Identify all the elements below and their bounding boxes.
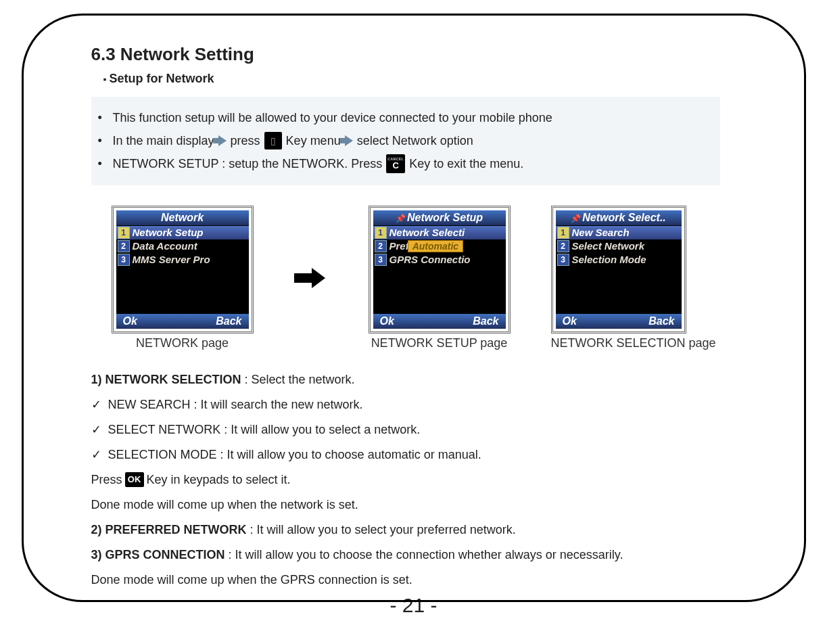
indent-text: Done mode will come up when the GPRS con… xyxy=(91,571,412,589)
popup-automatic: Automatic xyxy=(408,240,463,252)
phone-item-label: Data Account xyxy=(133,240,197,252)
screen-caption: NETWORK SELECTION page xyxy=(551,336,716,350)
screen-network-setup: Network Setup 1Network Selecti 2PrefAuto… xyxy=(369,206,511,350)
indent-text: Done mode will come up when the network … xyxy=(91,496,358,514)
section-2-desc: : It will allow you to select your prefe… xyxy=(247,523,516,536)
arrow-right-icon xyxy=(294,268,328,288)
phone-menu-item: 3GPRS Connectio xyxy=(373,253,506,267)
check-select-network: SELECT NETWORK : It will allow you to se… xyxy=(91,421,750,439)
phone-menu-item: 2Data Account xyxy=(116,239,249,253)
note-text: press xyxy=(231,129,260,152)
section-2-title: 2) PREFERRED NETWORK xyxy=(91,523,247,536)
phone-menu-item: 2Select Network xyxy=(556,239,682,253)
phone-item-label: Network Setup xyxy=(133,227,204,238)
body-sections: 1) NETWORK SELECTION : Select the networ… xyxy=(91,371,750,589)
cancel-c-text: C xyxy=(393,161,399,170)
phone-title: Network Setup xyxy=(373,210,506,226)
softkey-ok: Ok xyxy=(123,315,137,327)
phone-menu-item: 1Network Setup xyxy=(116,226,249,239)
phone-item-label: Network Selecti xyxy=(389,227,465,238)
phone-item-label: Select Network xyxy=(572,240,645,252)
ok-key-icon: OK xyxy=(125,472,144,487)
notes-panel: • This function setup will be allowed to… xyxy=(91,97,720,185)
note-line-3: • NETWORK SETUP : setup the NETWORK. Pre… xyxy=(98,152,707,175)
softkey-back: Back xyxy=(648,315,674,327)
phone-item-label: Selection Mode xyxy=(572,254,646,265)
note-text: In the main display xyxy=(113,129,214,152)
note-line-1: • This function setup will be allowed to… xyxy=(98,106,707,129)
section-3-desc: : It will allow you to choose the connec… xyxy=(225,548,623,561)
phone-title: Network xyxy=(116,210,249,226)
arrow-right-icon xyxy=(218,135,227,146)
indent-line: Press OK Key in keypads to select it. xyxy=(91,471,750,489)
phone-title: Network Select.. xyxy=(556,210,682,226)
screen-caption: NETWORK SETUP page xyxy=(369,336,511,350)
phone-item-label: GPRS Connectio xyxy=(389,254,471,265)
softkey-back: Back xyxy=(216,315,241,327)
section-3-title: 3) GPRS CONNECTION xyxy=(91,548,225,561)
arrow-right-icon xyxy=(345,135,353,146)
screenshots-row: Network 1Network Setup 2Data Account 3MM… xyxy=(112,206,750,350)
phone-menu-item: 1New Search xyxy=(556,226,682,239)
phone-menu-item: 3Selection Mode xyxy=(556,253,682,267)
note-text: select Network option xyxy=(357,129,473,152)
phone-item-label: Pref xyxy=(389,240,409,252)
phone-key-icon: ▯ xyxy=(264,132,282,150)
phone-item-label: New Search xyxy=(572,227,630,238)
indent-line: Done mode will come up when the GPRS con… xyxy=(91,571,750,589)
note-text: This function setup will be allowed to y… xyxy=(113,106,552,129)
section-subtitle: Setup for Network xyxy=(103,72,750,86)
note-text: Key to exit the menu. xyxy=(409,152,523,175)
indent-line: Done mode will come up when the network … xyxy=(91,496,750,514)
softkey-back: Back xyxy=(473,315,498,327)
screen-caption: NETWORK page xyxy=(112,336,254,350)
check-new-search: NEW SEARCH : It will search the new netw… xyxy=(91,396,750,414)
check-selection-mode: SELECTION MODE : It will allow you to ch… xyxy=(91,446,750,464)
page-frame: 6.3 Network Setting Setup for Network • … xyxy=(22,14,806,602)
softkey-ok: Ok xyxy=(380,315,394,327)
section-1-title: 1) NETWORK SELECTION xyxy=(91,373,241,386)
phone-menu-item: 1Network Selecti xyxy=(373,226,506,239)
phone-menu-item: 3MMS Server Pro xyxy=(116,253,249,267)
indent-text: Press xyxy=(91,471,122,489)
softkey-ok: Ok xyxy=(563,315,577,327)
note-text: NETWORK SETUP : setup the NETWORK. Press xyxy=(113,152,383,175)
screen-network: Network 1Network Setup 2Data Account 3MM… xyxy=(112,206,254,350)
phone-menu-item: 2PrefAutomatic xyxy=(373,239,506,253)
screen-network-selection: Network Select.. 1New Search 2Select Net… xyxy=(551,206,716,350)
note-line-2: • In the main display press ▯ Key menu s… xyxy=(98,129,707,152)
indent-text: Key in keypads to select it. xyxy=(147,471,291,489)
cancel-key-icon: CANCEL C xyxy=(386,154,405,173)
section-heading: 6.3 Network Setting xyxy=(91,44,750,65)
phone-item-label: MMS Server Pro xyxy=(133,254,210,265)
note-text: Key menu xyxy=(286,129,341,152)
section-1-desc: : Select the network. xyxy=(241,373,355,386)
